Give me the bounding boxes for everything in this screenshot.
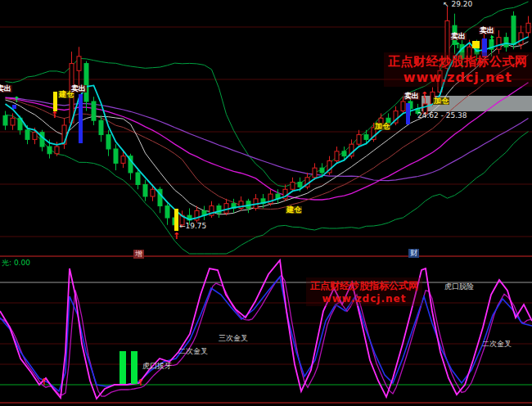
red-up-arrow-icon: ↑ <box>40 377 47 386</box>
green-up-arrow-icon: ↑ <box>489 35 495 43</box>
sell-signal-tag: 卖出 <box>404 92 420 100</box>
green-up-arrow-icon: ↑ <box>13 96 20 104</box>
indicator-signal-text: 虎口脱险 <box>444 283 474 291</box>
sell-signal-tag: 卖出 <box>479 27 495 34</box>
indicator-signal-text: 二次金叉 <box>178 348 208 355</box>
price-annotation: 24.62 - 25.38 <box>417 112 467 120</box>
sell-signal-tag: 卖出 <box>70 85 87 92</box>
position-signal-tag: 加仓 <box>433 97 449 105</box>
red-up-arrow-icon: ↑ <box>51 111 58 120</box>
indicator-signal-text: 三次金叉 <box>219 335 248 342</box>
price-annotation: ↖ 29.20 <box>443 1 472 8</box>
indicator-signal-text: 虎口拔牙 <box>142 363 172 370</box>
green-up-arrow-icon: ↑ <box>454 42 461 50</box>
position-signal-tag: 加仓 <box>374 123 390 130</box>
price-annotation: ←19.75 <box>179 223 206 230</box>
signal-overlay: 卖出↑建仓↑卖出←19.75↑建仓加仓卖出↑加仓24.62 - 25.38↖ 2… <box>0 0 532 406</box>
sell-signal-tag: 卖出 <box>0 85 12 92</box>
stock-chart-window: 正点财经炒股指标公式网 www.zdcj.net 正点财经炒股指标公式网 www… <box>0 0 532 406</box>
sell-signal-tag: 卖出 <box>450 33 467 40</box>
position-signal-tag: 建仓 <box>286 206 302 214</box>
indicator-signal-text: 二次金叉 <box>482 341 512 348</box>
red-up-arrow-icon: ↑ <box>137 378 144 387</box>
red-up-arrow-icon: ↑ <box>421 91 428 100</box>
red-up-arrow-icon: ↑ <box>173 232 180 241</box>
